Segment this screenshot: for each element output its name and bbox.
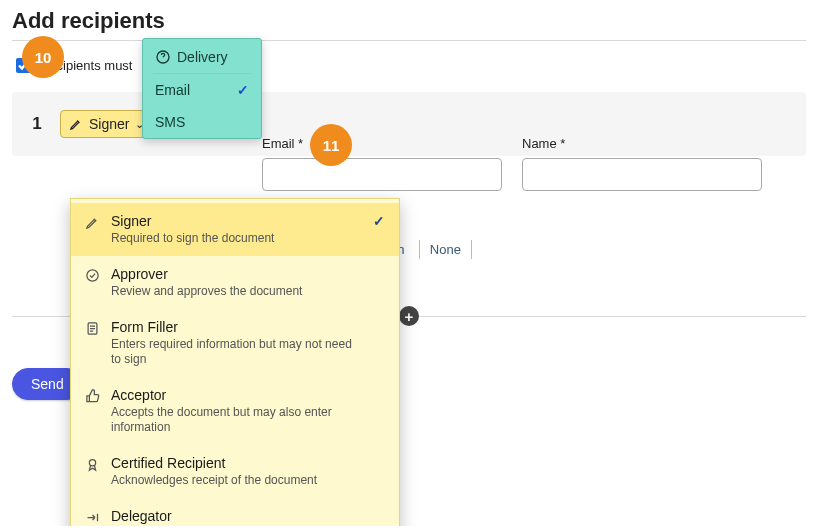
role-name: Certified Recipient: [111, 455, 317, 471]
check-circle-icon: [85, 268, 101, 299]
annotation-badge-11: 11: [314, 128, 348, 162]
delivery-popover-title: Delivery: [177, 49, 228, 65]
role-name: Acceptor: [111, 387, 361, 403]
form-icon: [85, 321, 101, 367]
authentication-value[interactable]: None: [419, 240, 472, 259]
role-option-approver[interactable]: ApproverReview and approves the document: [71, 256, 399, 309]
delivery-option-email[interactable]: Email: [143, 74, 261, 106]
page-title: Add recipients: [12, 8, 806, 34]
delivery-option-sms[interactable]: SMS: [143, 106, 261, 138]
title-divider: [12, 40, 806, 41]
role-desc: Review and approves the document: [111, 284, 302, 299]
svg-point-1: [87, 270, 98, 281]
email-field[interactable]: [262, 158, 502, 191]
thumbs-up-icon: [85, 389, 101, 435]
role-option-acceptor[interactable]: AcceptorAccepts the document but may als…: [71, 377, 399, 445]
role-option-certified-recipient[interactable]: Certified RecipientAcknowledges receipt …: [71, 445, 399, 498]
role-menu: SignerRequired to sign the document Appr…: [70, 198, 400, 526]
role-option-delegator[interactable]: DelegatorForwards the document to anothe…: [71, 498, 399, 526]
delivery-popover: Delivery Email SMS: [142, 38, 262, 139]
role-name: Form Filler: [111, 319, 361, 335]
name-field[interactable]: [522, 158, 762, 191]
add-recipient-button[interactable]: +: [399, 306, 419, 326]
recipient-row: 1 Signer ⌄ ⌄: [12, 92, 806, 156]
role-desc: Enters required information but may not …: [111, 337, 361, 367]
role-name: Delegator: [111, 508, 361, 524]
delivery-popover-header: Delivery: [143, 39, 261, 73]
help-icon: [155, 49, 171, 65]
recipient-number: 1: [26, 114, 48, 134]
role-option-form-filler[interactable]: Form FillerEnters required information b…: [71, 309, 399, 377]
forward-icon: [85, 510, 101, 526]
role-name: Signer: [111, 213, 274, 229]
role-name: Approver: [111, 266, 302, 282]
annotation-badge-10: 10: [26, 40, 60, 74]
role-desc: Required to sign the document: [111, 231, 274, 246]
role-option-signer[interactable]: SignerRequired to sign the document: [71, 203, 399, 256]
role-selector-button[interactable]: Signer ⌄: [60, 110, 153, 138]
svg-point-3: [89, 460, 95, 466]
ribbon-icon: [85, 457, 101, 488]
role-desc: Acknowledges receipt of the document: [111, 473, 317, 488]
pen-icon: [69, 117, 83, 131]
role-desc: Accepts the document but may also enter …: [111, 405, 361, 435]
role-selector-label: Signer: [89, 116, 129, 132]
pen-icon: [85, 215, 101, 246]
